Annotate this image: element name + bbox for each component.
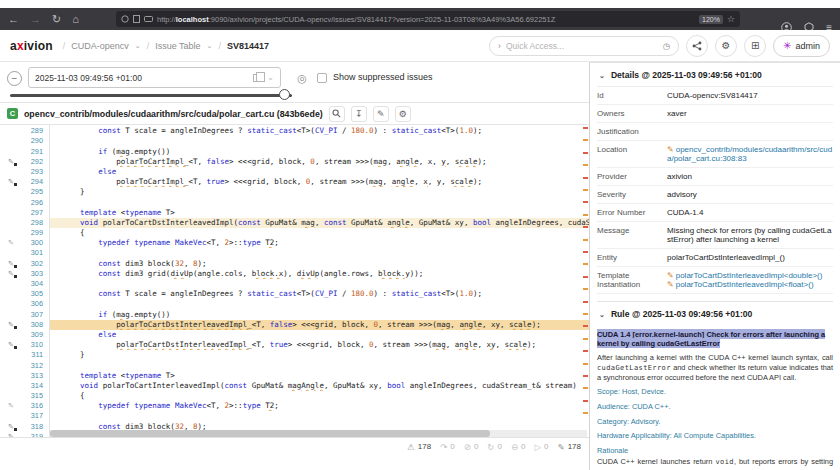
line-number[interactable]: 316 (22, 401, 49, 411)
breadcrumb-item[interactable]: Issue Table (155, 41, 200, 51)
code-line[interactable]: 306 (0, 299, 589, 309)
horizontal-scrollbar-thumb[interactable] (50, 430, 490, 437)
line-number[interactable]: 312 (22, 361, 49, 371)
issue-marker-icon[interactable]: ✎ (0, 422, 22, 432)
home-icon[interactable]: ⌂ (72, 8, 79, 30)
code-line[interactable]: 305 const T scale = angleInDegrees ? sta… (0, 289, 589, 299)
issue-mark[interactable] (583, 177, 588, 179)
issue-mark[interactable] (583, 152, 588, 154)
file-settings-button[interactable]: ⚙ (395, 106, 411, 122)
issue-marker-icon[interactable]: ✎ (0, 259, 22, 269)
issue-mark[interactable] (583, 387, 588, 389)
collapse-filter-button[interactable]: − (7, 71, 22, 86)
admin-user-button[interactable]: ✳ admin (773, 35, 830, 57)
issue-mark[interactable] (583, 288, 588, 290)
edit-button[interactable]: ✎ (373, 106, 389, 122)
bookmark-star-icon[interactable]: ☆ (727, 14, 735, 24)
line-number[interactable]: 297 (22, 208, 49, 218)
issue-mark[interactable] (583, 363, 588, 365)
code-line[interactable]: ✎303 const dim3 grid(divUp(angle.cols, b… (0, 269, 589, 279)
line-number[interactable]: 301 (22, 248, 49, 258)
line-number[interactable]: 313 (22, 371, 49, 381)
changed-count[interactable]: ↻0 (487, 442, 502, 452)
issue-mark[interactable] (583, 127, 588, 129)
code-line[interactable]: 315 { (0, 391, 589, 401)
code-line[interactable]: 293 else (0, 167, 589, 177)
line-number[interactable]: 306 (22, 299, 49, 309)
line-number[interactable]: 304 (22, 279, 49, 289)
horizontal-scrollbar[interactable] (50, 430, 587, 437)
edit-pencil-icon[interactable]: ✎ (0, 401, 22, 411)
rule-section-header[interactable]: ⌄Rule @ 2025-11-03 09:49:56 +01:00 (597, 302, 833, 325)
axivion-logo[interactable]: axivion (10, 39, 53, 53)
moved-count[interactable]: ↷0 (440, 442, 455, 452)
issue-mark[interactable] (583, 251, 588, 253)
code-line[interactable]: 298 void polarToCartDstInterleavedImpl(c… (0, 218, 589, 228)
issue-mark[interactable] (583, 226, 588, 228)
issue-marker-icon[interactable]: ✎ (0, 320, 22, 330)
code-line[interactable]: ✎294 polarToCartImpl_<T, true> <<<grid, … (0, 177, 589, 187)
search-button[interactable] (329, 106, 345, 122)
line-number[interactable]: 307 (22, 310, 49, 320)
share-button[interactable] (686, 35, 708, 57)
line-number[interactable]: 318 (22, 422, 49, 432)
line-number[interactable]: 310 (22, 340, 49, 350)
code-line[interactable]: 317 (0, 411, 589, 421)
issue-mark[interactable] (583, 189, 588, 191)
line-number[interactable]: 294 (22, 177, 49, 187)
version-slider-handle[interactable] (279, 89, 290, 100)
line-number[interactable]: 311 (22, 350, 49, 360)
code-line[interactable]: 312 (0, 361, 589, 371)
line-number[interactable]: 292 (22, 157, 49, 167)
history-clock-icon[interactable]: ◷ (663, 41, 670, 51)
forward-icon[interactable]: → (30, 8, 41, 30)
issue-mark[interactable] (583, 375, 588, 377)
line-number[interactable]: 289 (22, 126, 49, 136)
suppressed-count[interactable]: ⊖0 (511, 442, 526, 452)
code-line[interactable]: 299 { (0, 228, 589, 238)
issue-mark[interactable] (583, 338, 588, 340)
edits-count[interactable]: ✎178 (558, 442, 581, 452)
line-number[interactable]: 291 (22, 147, 49, 157)
line-number[interactable]: 298 (22, 218, 49, 228)
code-line[interactable]: ✎310 polarToCartDstInterleavedImpl_<T, t… (0, 340, 589, 350)
code-line[interactable]: 311 } (0, 350, 589, 360)
code-line[interactable]: 296 (0, 198, 589, 208)
line-number[interactable]: 315 (22, 391, 49, 401)
issue-mark[interactable] (583, 350, 588, 352)
code-line[interactable]: 290 (0, 136, 589, 146)
code-line[interactable]: ✎292 polarToCartImpl_<T, false> <<<grid,… (0, 157, 589, 167)
instantiation-link[interactable]: ✎polarToCartDstInterleavedImpl<double>() (667, 271, 833, 280)
line-number[interactable]: 309 (22, 330, 49, 340)
code-line[interactable]: 304 (0, 279, 589, 289)
code-line[interactable]: 309 else (0, 330, 589, 340)
page-icon[interactable] (133, 15, 140, 23)
line-number[interactable]: 299 (22, 228, 49, 238)
breadcrumb-item[interactable]: SV814417 (227, 41, 269, 51)
line-number[interactable]: 314 (22, 381, 49, 391)
version-datetime-input[interactable]: 2025-11-03 09:49:56 +01:00 ⌄ (28, 67, 281, 88)
line-number[interactable]: 308 (22, 320, 49, 330)
line-number[interactable]: 303 (22, 269, 49, 279)
issue-mark[interactable] (583, 301, 588, 303)
details-value[interactable]: ✎polarToCartDstInterleavedImpl<double>()… (667, 271, 833, 289)
dashboard-button[interactable]: ⊞ (744, 35, 766, 57)
issue-mark[interactable] (583, 313, 588, 315)
line-number[interactable]: 302 (22, 259, 49, 269)
marked-count[interactable]: ▷0 (535, 442, 549, 452)
line-number[interactable]: 296 (22, 198, 49, 208)
quick-access-input[interactable]: › Quick Access... ◷ (489, 36, 679, 56)
zoom-level-badge[interactable]: 120% (699, 15, 723, 24)
url-bar[interactable]: http://localhost:9090/axivion/projects/C… (116, 11, 740, 27)
code-line[interactable]: 291 if (mag.empty()) (0, 147, 589, 157)
code-line[interactable]: 314 void polarToCartInterleavedImpl(cons… (0, 381, 589, 391)
version-slider-track[interactable] (10, 94, 292, 97)
issue-mark[interactable] (583, 412, 588, 414)
issue-marker-icon[interactable]: ✎ (0, 269, 22, 279)
issue-mark[interactable] (583, 239, 588, 241)
shield-icon[interactable] (121, 15, 129, 23)
line-number[interactable]: 290 (22, 136, 49, 146)
linked-count[interactable]: ⊘0 (464, 442, 479, 452)
line-number[interactable]: 305 (22, 289, 49, 299)
code-viewer[interactable]: 288289 const T scale = angleInDegrees ? … (0, 125, 589, 438)
